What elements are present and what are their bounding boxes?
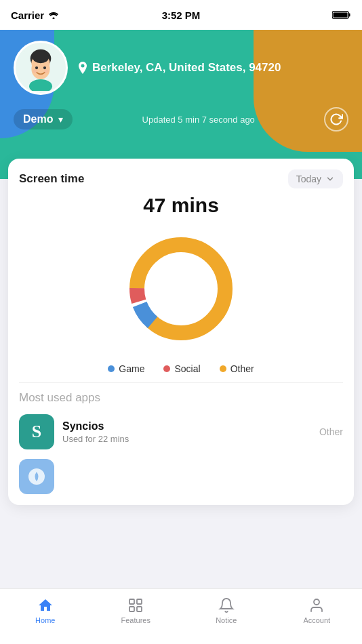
syncios-info: Syncios Used for 22 mins	[62, 420, 311, 444]
other-label: Other	[230, 363, 254, 374]
social-label: Social	[174, 363, 200, 374]
location-text: Berkeley, CA, United States, 94720	[92, 60, 281, 75]
social-dot	[163, 365, 170, 372]
syncios-category: Other	[319, 426, 343, 437]
svg-point-12	[44, 70, 49, 73]
game-dot	[108, 365, 115, 372]
syncios-name: Syncios	[62, 420, 311, 432]
divider	[19, 382, 343, 383]
nav-label-home: Home	[35, 616, 55, 624]
svg-point-8	[35, 66, 38, 69]
profile-selector[interactable]: Demo ▾	[14, 109, 73, 129]
syncios-app-icon: S	[19, 414, 54, 449]
profile-name: Demo	[23, 113, 53, 125]
hero-section: Berkeley, CA, United States, 94720 Demo …	[0, 30, 362, 179]
svg-rect-19	[137, 599, 142, 604]
app-row-partial	[19, 459, 343, 494]
donut-chart	[120, 228, 242, 350]
location-pin-icon	[77, 62, 88, 75]
syncios-usage: Used for 22 mins	[62, 434, 311, 444]
second-app-icon-shape	[26, 466, 47, 487]
refresh-button[interactable]	[324, 107, 348, 132]
svg-point-22	[314, 599, 319, 605]
svg-rect-1	[349, 14, 350, 17]
svg-rect-21	[137, 607, 142, 611]
nav-label-notice: Notice	[216, 616, 237, 624]
avatar	[14, 41, 68, 95]
account-icon	[308, 597, 325, 613]
chart-legend: Game Social Other	[19, 363, 343, 374]
svg-rect-20	[129, 607, 134, 611]
legend-game: Game	[108, 363, 144, 374]
hero-content: Berkeley, CA, United States, 94720 Demo …	[0, 30, 362, 137]
hero-bottom: Demo ▾ Updated 5 min 7 second ago	[14, 107, 348, 137]
avatar-face	[18, 45, 64, 91]
game-label: Game	[119, 363, 144, 374]
total-screen-time: 47 mins	[19, 194, 343, 217]
legend-social: Social	[163, 363, 200, 374]
status-bar-left: Carrier	[11, 9, 59, 21]
status-bar-time: 3:52 PM	[162, 9, 201, 21]
svg-point-7	[33, 52, 49, 63]
location-info: Berkeley, CA, United States, 94720	[77, 60, 281, 75]
nav-label-features: Features	[121, 616, 150, 624]
second-app-icon	[19, 459, 54, 494]
svg-point-9	[43, 66, 46, 69]
nav-item-home[interactable]: Home	[0, 595, 91, 624]
status-bar-right	[332, 10, 351, 20]
home-icon	[37, 597, 54, 613]
battery-icon	[332, 10, 351, 20]
svg-point-16	[146, 254, 216, 324]
nav-item-features[interactable]: Features	[91, 595, 182, 624]
features-icon	[127, 597, 144, 613]
legend-other: Other	[220, 363, 254, 374]
refresh-icon	[329, 113, 343, 126]
svg-rect-2	[334, 13, 348, 18]
bottom-navigation: Home Features Notice Account	[0, 588, 362, 644]
app-row-syncios[interactable]: S Syncios Used for 22 mins Other	[19, 414, 343, 449]
other-dot	[220, 365, 226, 372]
profile-dropdown-chevron: ▾	[58, 114, 63, 125]
card-header: Screen time Today	[19, 169, 343, 188]
carrier-text: Carrier	[11, 9, 44, 21]
hero-top: Berkeley, CA, United States, 94720	[14, 41, 348, 95]
notice-icon	[218, 597, 235, 613]
nav-label-account: Account	[303, 616, 330, 624]
nav-item-notice[interactable]: Notice	[181, 595, 272, 624]
main-card: Screen time Today 47 mins	[8, 159, 354, 505]
nav-item-account[interactable]: Account	[272, 595, 363, 624]
svg-point-11	[33, 70, 37, 73]
wifi-icon	[48, 11, 59, 19]
updated-text: Updated 5 min 7 second ago	[73, 115, 324, 125]
donut-chart-container	[19, 228, 343, 350]
today-filter-text: Today	[296, 174, 321, 184]
screen-time-label: Screen time	[19, 172, 84, 186]
svg-rect-18	[129, 599, 134, 604]
most-used-apps-label: Most used apps	[19, 391, 343, 405]
today-dropdown[interactable]: Today	[288, 169, 343, 188]
status-bar: Carrier 3:52 PM	[0, 0, 362, 30]
syncios-icon-letter: S	[32, 422, 41, 442]
dropdown-chevron-icon	[325, 174, 335, 184]
